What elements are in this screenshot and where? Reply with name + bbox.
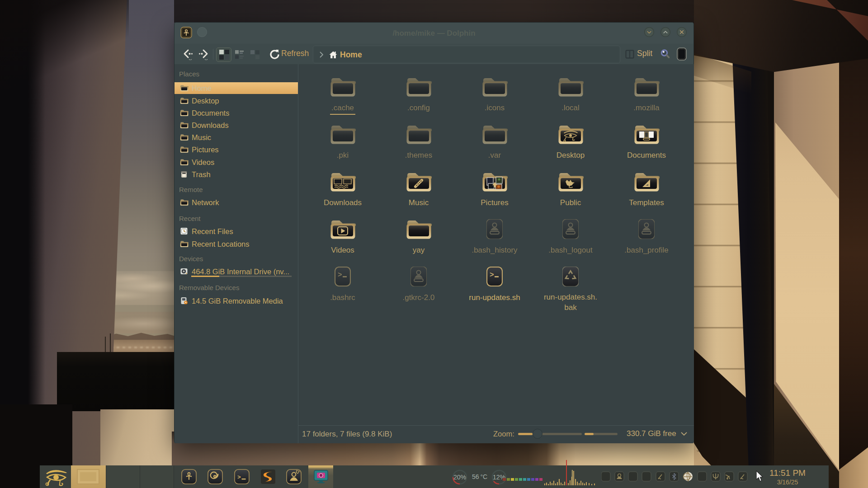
svg-text:>: > [237, 474, 241, 481]
svg-text:20%: 20% [453, 474, 466, 481]
